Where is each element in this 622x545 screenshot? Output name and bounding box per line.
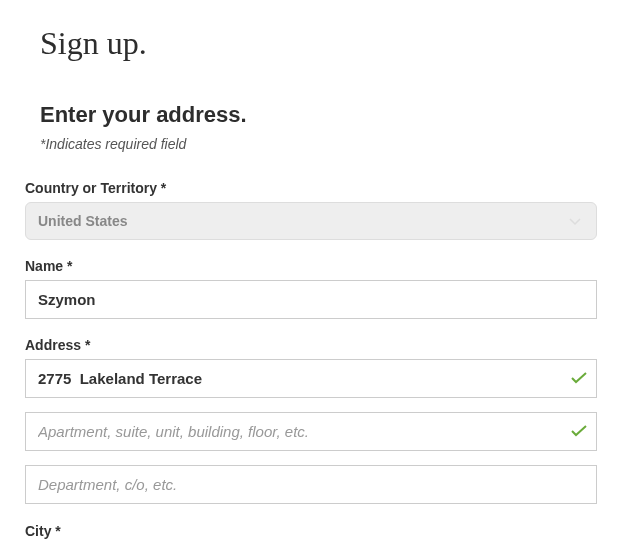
country-select-wrapper: United States [25,202,597,240]
name-field-group: Name * [25,258,597,319]
address-line1-input[interactable] [25,359,597,398]
required-field-note: *Indicates required field [40,136,597,152]
name-label: Name * [25,258,597,274]
name-input[interactable] [25,280,597,319]
address-field-group: Address * [25,337,597,504]
country-label: Country or Territory * [25,180,597,196]
city-label: City * [25,523,61,539]
address-line3-input[interactable] [25,465,597,504]
section-title: Enter your address. [40,102,597,128]
address-label: Address * [25,337,597,353]
country-select[interactable]: United States [25,202,597,240]
address-line2-input[interactable] [25,412,597,451]
country-field-group: Country or Territory * United States [25,180,597,240]
page-title: Sign up. [40,25,597,62]
city-field-group: City * [25,522,597,540]
